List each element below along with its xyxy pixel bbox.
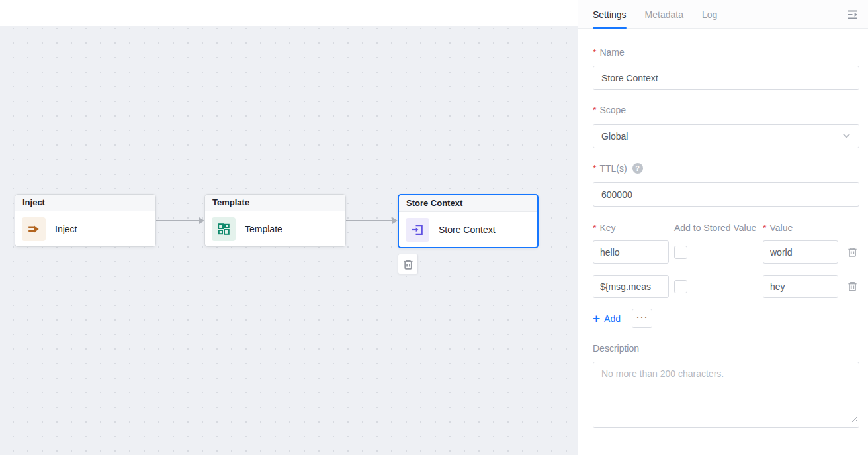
scope-select[interactable]: Global [593, 124, 859, 148]
add-row-button[interactable]: + Add [593, 313, 621, 325]
trash-icon [402, 258, 414, 270]
plus-icon: + [593, 313, 600, 325]
description-textarea[interactable] [593, 362, 859, 428]
delete-row-button[interactable] [845, 245, 859, 260]
delete-node-button[interactable] [398, 254, 418, 274]
add-to-stored-checkbox[interactable] [674, 246, 687, 259]
node-inject-label: Inject [55, 224, 77, 234]
link-arrowhead-icon [392, 217, 398, 224]
key-input[interactable] [593, 240, 669, 264]
chevron-down-icon [842, 132, 851, 140]
more-options-button[interactable]: ··· [632, 309, 652, 328]
active-tab-underline [593, 27, 627, 29]
description-label: Description [593, 343, 859, 354]
help-icon[interactable]: ? [632, 163, 643, 174]
value-input[interactable] [763, 275, 838, 298]
node-store-context-label: Store Context [439, 225, 496, 235]
node-settings-panel: Settings Metadata Log * Name [578, 0, 868, 455]
value-input[interactable] [763, 240, 838, 264]
flow-canvas[interactable]: Inject Inject Template [0, 0, 578, 455]
stored-column-header: Add to Stored Value [674, 221, 758, 235]
template-icon [212, 217, 236, 241]
key-input[interactable] [593, 275, 669, 298]
link-template-store [346, 220, 393, 221]
node-inject[interactable]: Inject Inject [15, 194, 156, 247]
panel-tabbar: Settings Metadata Log [578, 0, 868, 29]
kv-row [593, 240, 859, 264]
kv-column-headers: * Key Add to Stored Value * Value [593, 221, 859, 235]
key-column-header: * Key [593, 221, 669, 235]
store-context-icon [406, 218, 429, 242]
node-template-label: Template [245, 224, 282, 234]
tab-log[interactable]: Log [702, 0, 717, 29]
node-template[interactable]: Template Template [204, 194, 346, 247]
node-inject-title: Inject [15, 195, 155, 211]
delete-row-button[interactable] [845, 279, 859, 294]
node-store-context[interactable]: Store Context Store Context [398, 194, 539, 248]
collapse-panel-icon[interactable] [846, 7, 860, 22]
ttl-input[interactable] [593, 182, 859, 207]
kv-row [593, 275, 859, 298]
scope-label: * Scope [593, 105, 859, 115]
tab-settings[interactable]: Settings [593, 0, 627, 29]
add-to-stored-checkbox[interactable] [674, 280, 687, 293]
app-root: Inject Inject Template [0, 0, 868, 455]
inject-icon [22, 217, 46, 241]
node-template-title: Template [205, 195, 345, 211]
node-store-context-title: Store Context [399, 195, 537, 212]
link-inject-template [156, 220, 200, 221]
value-column-header: * Value [763, 221, 838, 235]
name-label: * Name [593, 47, 859, 58]
canvas-toolbar [0, 0, 578, 26]
name-input[interactable] [593, 66, 859, 90]
ttl-label: * TTL(s) ? [593, 163, 859, 174]
link-arrowhead-icon [199, 217, 204, 224]
tab-metadata[interactable]: Metadata [645, 0, 683, 29]
